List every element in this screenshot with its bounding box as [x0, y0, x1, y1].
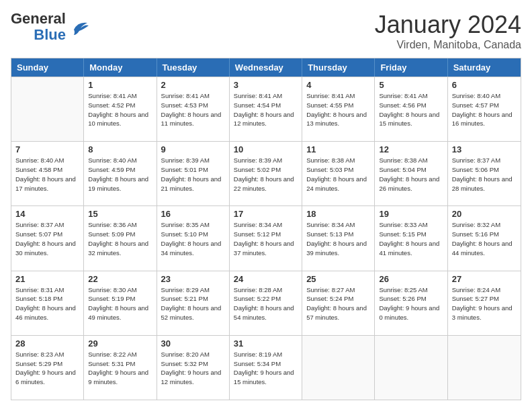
day-info: Sunrise: 8:39 AMSunset: 5:01 PMDaylight:… [161, 156, 225, 193]
day-number: 2 [161, 80, 225, 90]
calendar-row: 28 Sunrise: 8:23 AMSunset: 5:29 PMDaylig… [11, 335, 521, 400]
calendar-cell: 9 Sunrise: 8:39 AMSunset: 5:01 PMDayligh… [157, 142, 230, 205]
day-info: Sunrise: 8:20 AMSunset: 5:32 PMDaylight:… [161, 350, 225, 387]
calendar-cell: 24 Sunrise: 8:28 AMSunset: 5:22 PMDaylig… [230, 271, 302, 335]
day-info: Sunrise: 8:30 AMSunset: 5:19 PMDaylight:… [88, 285, 152, 322]
day-number: 24 [234, 274, 298, 284]
day-info: Sunrise: 8:40 AMSunset: 4:59 PMDaylight:… [88, 156, 152, 193]
day-number: 4 [306, 80, 370, 90]
calendar-header: SundayMondayTuesdayWednesdayThursdayFrid… [11, 58, 521, 77]
calendar-cell: 17 Sunrise: 8:34 AMSunset: 5:12 PMDaylig… [230, 206, 302, 270]
calendar-cell: 21 Sunrise: 8:31 AMSunset: 5:18 PMDaylig… [11, 271, 84, 335]
day-number: 25 [306, 274, 370, 284]
day-number: 3 [234, 80, 298, 90]
day-info: Sunrise: 8:34 AMSunset: 5:12 PMDaylight:… [234, 220, 298, 257]
day-number: 28 [15, 338, 79, 349]
calendar-cell: 1 Sunrise: 8:41 AMSunset: 4:52 PMDayligh… [84, 77, 157, 141]
calendar-cell: 2 Sunrise: 8:41 AMSunset: 4:53 PMDayligh… [157, 77, 230, 141]
calendar-cell: 29 Sunrise: 8:22 AMSunset: 5:31 PMDaylig… [84, 336, 157, 400]
day-number: 27 [452, 274, 517, 284]
day-number: 12 [379, 144, 443, 154]
day-number: 31 [234, 338, 298, 349]
calendar-header-cell: Friday [375, 58, 447, 77]
calendar-cell: 25 Sunrise: 8:27 AMSunset: 5:24 PMDaylig… [302, 271, 375, 335]
calendar-cell: 10 Sunrise: 8:39 AMSunset: 5:02 PMDaylig… [230, 142, 302, 205]
day-info: Sunrise: 8:34 AMSunset: 5:13 PMDaylight:… [306, 220, 370, 257]
header: General Blue January 2024 Virden, Manito… [11, 11, 521, 51]
calendar-cell: 3 Sunrise: 8:41 AMSunset: 4:54 PMDayligh… [230, 77, 302, 141]
calendar-cell: 23 Sunrise: 8:29 AMSunset: 5:21 PMDaylig… [157, 271, 230, 335]
title-section: January 2024 Virden, Manitoba, Canada [375, 11, 521, 51]
calendar-cell: 19 Sunrise: 8:33 AMSunset: 5:15 PMDaylig… [375, 206, 447, 270]
day-info: Sunrise: 8:29 AMSunset: 5:21 PMDaylight:… [161, 285, 225, 322]
day-number: 10 [234, 144, 298, 154]
day-info: Sunrise: 8:24 AMSunset: 5:27 PMDaylight:… [452, 285, 517, 322]
day-number: 26 [379, 274, 443, 284]
logo-general-text: General [11, 11, 66, 27]
calendar: SundayMondayTuesdayWednesdayThursdayFrid… [11, 58, 521, 400]
calendar-cell [375, 336, 447, 400]
calendar-cell: 30 Sunrise: 8:20 AMSunset: 5:32 PMDaylig… [157, 336, 230, 400]
calendar-row: 1 Sunrise: 8:41 AMSunset: 4:52 PMDayligh… [11, 77, 521, 141]
calendar-cell: 13 Sunrise: 8:37 AMSunset: 5:06 PMDaylig… [448, 142, 521, 205]
day-number: 6 [452, 80, 517, 90]
calendar-row: 14 Sunrise: 8:37 AMSunset: 5:07 PMDaylig… [11, 205, 521, 270]
day-info: Sunrise: 8:31 AMSunset: 5:18 PMDaylight:… [15, 285, 79, 322]
day-info: Sunrise: 8:33 AMSunset: 5:15 PMDaylight:… [379, 220, 443, 257]
day-number: 7 [15, 144, 79, 154]
day-number: 23 [161, 274, 225, 284]
day-info: Sunrise: 8:38 AMSunset: 5:04 PMDaylight:… [379, 156, 443, 193]
calendar-cell: 12 Sunrise: 8:38 AMSunset: 5:04 PMDaylig… [375, 142, 447, 205]
day-number: 18 [306, 209, 370, 219]
calendar-cell [11, 77, 84, 141]
calendar-cell: 14 Sunrise: 8:37 AMSunset: 5:07 PMDaylig… [11, 206, 84, 270]
calendar-header-cell: Saturday [448, 58, 521, 77]
calendar-cell [302, 336, 375, 400]
calendar-cell: 27 Sunrise: 8:24 AMSunset: 5:27 PMDaylig… [448, 271, 521, 335]
month-title: January 2024 [375, 11, 521, 39]
day-number: 8 [88, 144, 152, 154]
calendar-row: 7 Sunrise: 8:40 AMSunset: 4:58 PMDayligh… [11, 141, 521, 205]
day-info: Sunrise: 8:40 AMSunset: 4:58 PMDaylight:… [15, 156, 79, 193]
day-info: Sunrise: 8:23 AMSunset: 5:29 PMDaylight:… [15, 350, 79, 387]
calendar-header-cell: Wednesday [230, 58, 302, 77]
day-info: Sunrise: 8:37 AMSunset: 5:07 PMDaylight:… [15, 220, 79, 257]
day-number: 1 [88, 80, 152, 90]
calendar-cell: 6 Sunrise: 8:40 AMSunset: 4:57 PMDayligh… [448, 77, 521, 141]
calendar-cell [448, 336, 521, 400]
day-number: 13 [452, 144, 517, 154]
subtitle: Virden, Manitoba, Canada [375, 39, 521, 51]
calendar-cell: 5 Sunrise: 8:41 AMSunset: 4:56 PMDayligh… [375, 77, 447, 141]
day-info: Sunrise: 8:37 AMSunset: 5:06 PMDaylight:… [452, 156, 517, 193]
day-number: 19 [379, 209, 443, 219]
day-info: Sunrise: 8:40 AMSunset: 4:57 PMDaylight:… [452, 91, 517, 128]
calendar-cell: 18 Sunrise: 8:34 AMSunset: 5:13 PMDaylig… [302, 206, 375, 270]
calendar-cell: 11 Sunrise: 8:38 AMSunset: 5:03 PMDaylig… [302, 142, 375, 205]
calendar-row: 21 Sunrise: 8:31 AMSunset: 5:18 PMDaylig… [11, 271, 521, 335]
calendar-cell: 15 Sunrise: 8:36 AMSunset: 5:09 PMDaylig… [84, 206, 157, 270]
calendar-body: 1 Sunrise: 8:41 AMSunset: 4:52 PMDayligh… [11, 77, 521, 400]
day-number: 30 [161, 338, 225, 349]
calendar-cell: 7 Sunrise: 8:40 AMSunset: 4:58 PMDayligh… [11, 142, 84, 205]
calendar-header-cell: Thursday [302, 58, 375, 77]
day-info: Sunrise: 8:36 AMSunset: 5:09 PMDaylight:… [88, 220, 152, 257]
day-info: Sunrise: 8:41 AMSunset: 4:55 PMDaylight:… [306, 91, 370, 128]
calendar-cell: 4 Sunrise: 8:41 AMSunset: 4:55 PMDayligh… [302, 77, 375, 141]
day-number: 14 [15, 209, 79, 219]
day-number: 16 [161, 209, 225, 219]
logo-blue-text: Blue [34, 27, 66, 43]
day-number: 17 [234, 209, 298, 219]
calendar-cell: 16 Sunrise: 8:35 AMSunset: 5:10 PMDaylig… [157, 206, 230, 270]
calendar-cell: 28 Sunrise: 8:23 AMSunset: 5:29 PMDaylig… [11, 336, 84, 400]
page: General Blue January 2024 Virden, Manito… [0, 0, 532, 411]
day-number: 21 [15, 274, 79, 284]
day-info: Sunrise: 8:27 AMSunset: 5:24 PMDaylight:… [306, 285, 370, 322]
day-number: 22 [88, 274, 152, 284]
logo: General Blue [11, 11, 90, 43]
day-info: Sunrise: 8:35 AMSunset: 5:10 PMDaylight:… [161, 220, 225, 257]
calendar-header-cell: Monday [84, 58, 157, 77]
day-info: Sunrise: 8:41 AMSunset: 4:56 PMDaylight:… [379, 91, 443, 128]
day-info: Sunrise: 8:25 AMSunset: 5:26 PMDaylight:… [379, 285, 443, 322]
day-number: 9 [161, 144, 225, 154]
day-number: 15 [88, 209, 152, 219]
